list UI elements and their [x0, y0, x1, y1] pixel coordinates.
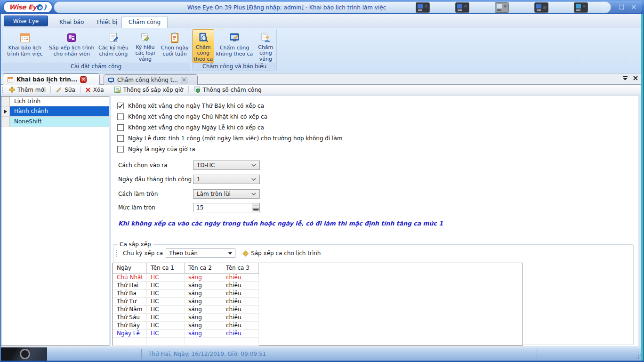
cycle-combo[interactable]: Theo tuần [166, 249, 235, 258]
cell-ca3[interactable]: chiều [222, 330, 259, 337]
cell-ca2[interactable]: sáng [185, 330, 222, 337]
cell-ca2[interactable]: sáng [185, 282, 222, 289]
cell-ca1[interactable]: HC [147, 290, 185, 297]
doc-tab-khai-bao-lich-trinh[interactable]: Khai báo lịch trìn... ✕ [3, 73, 100, 85]
cell-ca1[interactable]: HC [147, 314, 185, 321]
cell-day[interactable]: Ngày Lễ [113, 330, 147, 337]
cell-ca3[interactable]: chiều [222, 282, 259, 289]
edit-button[interactable]: Sửa [52, 85, 79, 95]
checkbox-row-ngay-le-tinh-cong[interactable]: Ngày Lễ được tính 1 công (một ngày làm v… [117, 135, 342, 142]
rounding-level-spinner[interactable]: 15 [193, 203, 260, 212]
schedule-column-header[interactable]: Lịch trình [10, 97, 109, 106]
cell-day[interactable]: Thứ Ba [113, 290, 147, 297]
checkbox-unchecked-icon[interactable] [117, 124, 124, 131]
cell-ca1[interactable]: HC [147, 274, 185, 281]
btn-cac-ky-hieu[interactable]: Các ký hiệu chấm công [96, 29, 131, 63]
app-menu-button[interactable]: Wise Eye [4, 16, 48, 26]
checkbox-row-ngay-le[interactable]: Không xét vắng cho ngày Ngày Lễ khi có x… [117, 124, 264, 131]
cell-ca1[interactable]: HC [147, 330, 185, 337]
attendance-params-button[interactable]: Thông số chấm công [190, 85, 265, 95]
spinner-down-icon[interactable] [252, 208, 259, 212]
close-document-icon[interactable] [633, 75, 638, 81]
checkbox-unchecked-icon[interactable] [117, 135, 124, 142]
table-row[interactable]: Chủ Nhật HC sáng chiều [113, 274, 259, 282]
table-row-empty[interactable] [113, 338, 259, 346]
cell-ca2[interactable]: sáng [185, 322, 222, 329]
checkbox-unchecked-icon[interactable] [117, 113, 124, 120]
column-header-ngay[interactable]: Ngày [113, 263, 147, 273]
ribbon-group-label: Chấm công và báo biểu [193, 63, 276, 71]
assign-shift-button[interactable]: Sắp xếp ca cho lịch trình [239, 249, 324, 258]
schedule-row-label[interactable]: Hành chánh [10, 106, 109, 116]
checkbox-row-thu-bay[interactable]: Không xét vắng cho ngày Thứ Bảy khi có x… [117, 102, 264, 110]
tab-cham-cong[interactable]: Chấm công [121, 16, 168, 28]
cell-ca2[interactable]: sáng [185, 306, 222, 313]
close-tab-icon[interactable]: ✕ [80, 76, 87, 83]
schedule-row-label[interactable]: NoneShift [10, 117, 109, 127]
checkbox-row-chu-nhat[interactable]: Không xét vắng cho ngày Chủ Nhật khi có … [117, 113, 267, 121]
cell-ca1[interactable]: HC [147, 282, 185, 289]
cell-day[interactable]: Thứ Sáu [113, 314, 147, 321]
cell-ca2[interactable]: sáng [185, 314, 222, 321]
in-out-mode-select[interactable]: TĐ-HC [193, 161, 260, 170]
toolbar-grip[interactable] [116, 249, 118, 257]
btn-chon-ngay-cuoi-tuan[interactable]: Chọn ngày cuối tuần [160, 29, 190, 63]
ribbon-button-label: Ký hiệu các loại vắng [131, 45, 160, 63]
schedule-row-noneshift[interactable]: NoneShift [1, 117, 109, 127]
cell-day[interactable]: Thứ Bảy [113, 322, 147, 329]
table-row[interactable]: Thứ Ba HC sáng chiều [113, 290, 259, 298]
close-icon[interactable] [629, 3, 638, 11]
btn-cham-cong-vang[interactable]: Chấm công vắng [255, 29, 277, 63]
checkbox-row-ngay-gio-ra[interactable]: Ngày là ngày của giờ ra [117, 145, 195, 153]
cell-day[interactable]: Thứ Năm [113, 306, 147, 313]
btn-khai-bao-lich-trinh[interactable]: Khai báo lịch trình làm việc [2, 29, 48, 63]
table-row[interactable]: Thứ Bảy HC sáng chiều [113, 322, 259, 330]
sort-time-settings-button[interactable]: Thống số sắp xếp giờ [111, 85, 187, 95]
cell-ca2[interactable]: sáng [185, 290, 222, 297]
delete-button[interactable]: Xóa [82, 85, 107, 95]
cell-day[interactable]: Thứ Hai [113, 282, 147, 289]
btn-sap-xep-lich-trinh[interactable]: Sắp xếp lịch trình cho nhân viên [48, 29, 96, 63]
tab-thiet-bi[interactable]: Thiết bị [89, 16, 124, 28]
cell-day[interactable]: Thứ Tư [113, 298, 147, 305]
column-header-ten-ca-3[interactable]: Tên ca 3 [222, 263, 259, 273]
cell-ca3[interactable]: chiều [222, 306, 259, 313]
cell-ca3[interactable]: chiều [222, 298, 259, 305]
add-button[interactable]: Thêm mới [6, 85, 49, 95]
maximize-icon[interactable] [617, 3, 626, 11]
checkbox-unchecked-icon[interactable] [117, 146, 124, 153]
checkbox-checked-icon[interactable] [117, 103, 124, 109]
cell-ca2[interactable]: sáng [185, 274, 222, 281]
doc-tab-cham-cong-khong-theo-ca[interactable]: Chấm công không t... ✕ [104, 74, 198, 85]
table-row[interactable]: Thứ Năm HC sáng chiều [113, 306, 259, 314]
cell-ca3[interactable]: chiều [222, 290, 259, 297]
toolbar-grip[interactable] [1, 86, 3, 94]
cell-ca2[interactable]: sáng [185, 298, 222, 305]
cell-day[interactable]: Chủ Nhật [113, 274, 147, 281]
cell-ca1[interactable]: HC [147, 298, 185, 305]
restore-icon[interactable] [604, 3, 614, 11]
rounding-mode-select[interactable]: Làm tròn lùi [193, 189, 260, 199]
btn-cham-cong-theo-ca[interactable]: Chấm công theo ca [193, 29, 214, 63]
ribbon-button-label: Chọn ngày cuối tuần [160, 45, 189, 57]
table-row[interactable]: Thứ Sáu HC sáng chiều [113, 314, 259, 322]
cell-ca1[interactable]: HC [147, 322, 185, 329]
cell-ca3[interactable]: chiều [222, 322, 259, 329]
column-header-ten-ca-2[interactable]: Tên ca 2 [185, 263, 222, 273]
cell-ca1[interactable]: HC [147, 306, 185, 313]
btn-cham-cong-khong-theo-ca[interactable]: Chấm công không theo ca [214, 29, 255, 63]
table-row[interactable]: Thứ Tư HC sáng chiều [113, 298, 259, 306]
schedule-row-hanh-chanh[interactable]: Hành chánh [1, 106, 109, 117]
month-start-day-select[interactable]: 1 [193, 175, 260, 184]
tab-khai-bao[interactable]: Khai báo [53, 16, 90, 28]
assign-shift-label: Sắp xếp ca cho lịch trình [251, 250, 321, 257]
column-header-ten-ca-1[interactable]: Tên ca 1 [147, 263, 185, 273]
spinner-up-icon[interactable] [252, 203, 259, 208]
cell-ca3[interactable]: chiều [222, 274, 259, 281]
btn-ky-hieu-vang[interactable]: Ký hiệu các loại vắng [131, 29, 160, 63]
cell-ca3[interactable]: chiều [222, 314, 259, 321]
tab-list-dropdown-icon[interactable] [622, 75, 628, 81]
close-tab-icon[interactable]: ✕ [181, 77, 187, 83]
table-row[interactable]: Thứ Hai HC sáng chiều [113, 282, 259, 290]
table-row[interactable]: Ngày Lễ HC sáng chiều [113, 330, 259, 338]
